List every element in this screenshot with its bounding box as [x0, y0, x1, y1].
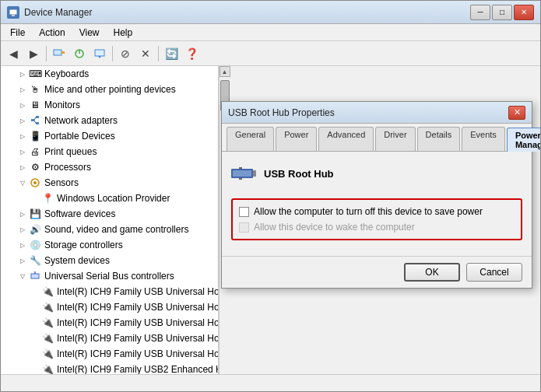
forward-button[interactable]: ▶	[24, 44, 43, 63]
svg-rect-1	[12, 15, 15, 16]
disable-button[interactable]: ⊘	[116, 44, 135, 63]
uninstall-button[interactable]: ✕	[136, 44, 155, 63]
allow-wake-label: Allow this device to wake the computer	[254, 222, 415, 233]
svg-rect-6	[95, 50, 104, 56]
svg-rect-18	[233, 170, 251, 177]
tab-general[interactable]: General	[227, 127, 274, 151]
dialog-buttons: OK Cancel	[222, 256, 532, 288]
allow-wake-checkbox[interactable]	[239, 222, 249, 233]
toolbar-sep-2	[112, 46, 113, 61]
minimize-button[interactable]: ─	[470, 5, 490, 20]
svg-rect-20	[239, 178, 242, 180]
main-window: Device Manager ─ □ ✕ File Action View He…	[0, 0, 541, 392]
toolbar: ◀ ▶ ⊘ ✕ 🔄 ❓	[1, 41, 540, 66]
close-button[interactable]: ✕	[514, 5, 534, 20]
title-bar: Device Manager ─ □ ✕	[1, 1, 540, 24]
svg-rect-3	[61, 51, 65, 54]
help-button[interactable]: ❓	[182, 44, 201, 63]
tab-power-management[interactable]: Power Management	[507, 128, 540, 152]
menu-bar: File Action View Help	[1, 24, 540, 41]
back-button[interactable]: ◀	[4, 44, 23, 63]
svg-rect-17	[253, 170, 256, 177]
dialog-titlebar: USB Root Hub Properties ✕	[222, 102, 532, 124]
toolbar-sep-1	[46, 46, 47, 61]
toolbar-sep-3	[158, 46, 159, 61]
tab-power[interactable]: Power	[276, 127, 317, 151]
device-icon	[231, 161, 256, 186]
app-icon	[7, 6, 19, 19]
menu-help[interactable]: Help	[107, 26, 139, 40]
menu-file[interactable]: File	[4, 26, 31, 40]
maximize-button[interactable]: □	[492, 5, 512, 20]
svg-rect-19	[239, 167, 242, 169]
allow-turnoff-label: Allow the computer to turn off this devi…	[254, 206, 483, 217]
allow-turnoff-checkbox[interactable]	[239, 207, 249, 217]
dialog-content: USB Root Hub Allow the computer to turn …	[222, 152, 532, 256]
dialog-close-button[interactable]: ✕	[508, 106, 525, 120]
tab-events[interactable]: Events	[462, 127, 505, 151]
dialog-title: USB Root Hub Properties	[228, 107, 335, 118]
refresh-button[interactable]: 🔄	[162, 44, 181, 63]
menu-view[interactable]: View	[73, 26, 106, 40]
device-header: USB Root Hub	[231, 161, 522, 186]
tab-advanced[interactable]: Advanced	[318, 127, 374, 151]
title-buttons: ─ □ ✕	[470, 5, 534, 20]
title-bar-left: Device Manager	[7, 6, 92, 19]
tab-driver[interactable]: Driver	[375, 127, 415, 151]
cancel-button[interactable]: Cancel	[466, 263, 522, 282]
window-title: Device Manager	[24, 7, 92, 18]
power-options-group: Allow the computer to turn off this devi…	[231, 198, 522, 240]
properties-button[interactable]	[50, 44, 69, 63]
svg-rect-2	[54, 50, 61, 55]
option-allow-turnoff: Allow the computer to turn off this devi…	[239, 206, 515, 217]
dialog-overlay: USB Root Hub Properties ✕ General Power …	[1, 66, 540, 374]
update-driver-button[interactable]	[90, 44, 109, 63]
tab-bar: General Power Advanced Driver Details Ev…	[222, 124, 532, 152]
scan-button[interactable]	[70, 44, 89, 63]
svg-rect-0	[9, 9, 17, 15]
device-name: USB Root Hub	[264, 168, 334, 180]
content-area: ▷ ⌨ Keyboards ▷ 🖱 Mice and other pointin…	[1, 66, 540, 374]
ok-button[interactable]: OK	[404, 263, 460, 282]
tab-details[interactable]: Details	[417, 127, 461, 151]
status-bar	[1, 374, 540, 391]
menu-action[interactable]: Action	[33, 26, 71, 40]
usb-properties-dialog: USB Root Hub Properties ✕ General Power …	[221, 101, 532, 289]
option-allow-wake: Allow this device to wake the computer	[239, 222, 515, 233]
